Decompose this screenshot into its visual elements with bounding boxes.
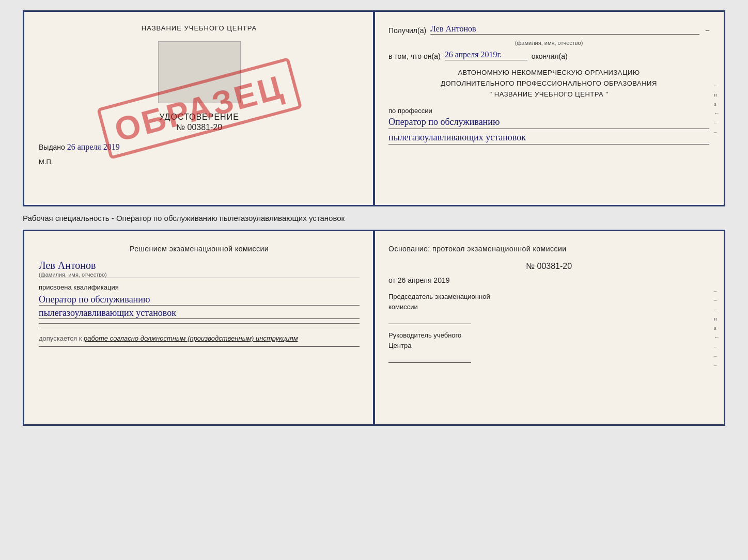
- rukov-signature-line: [388, 353, 471, 363]
- udost-label: УДОСТОВЕРЕНИЕ: [39, 113, 360, 122]
- predsedatel-line1: Председатель экзаменационной: [388, 293, 490, 300]
- org-line1: АВТОНОМНУЮ НЕКОММЕРЧЕСКУЮ ОРГАНИЗАЦИЮ: [388, 68, 709, 78]
- qual-right-edge-marks: – – – и а ← – – –: [714, 287, 720, 368]
- qual-name: Лев Антонов: [39, 260, 360, 271]
- date-value: 26 апреля 2019: [398, 276, 450, 284]
- profession-line1: Оператор по обслуживанию: [388, 117, 709, 129]
- qual-separator-3: [39, 346, 360, 347]
- rukov-label: Руководитель учебного Центра: [388, 330, 709, 350]
- predsedatel-label: Председатель экзаменационной комиссии: [388, 292, 709, 312]
- dash1: –: [706, 26, 709, 35]
- document-container: НАЗВАНИЕ УЧЕБНОГО ЦЕНТРА УДОСТОВЕРЕНИЕ №…: [23, 10, 725, 426]
- poluchil-sub: (фамилия, имя, отчество): [388, 40, 709, 46]
- qualification-book-bottom: Решением экзаменационной комиссии Лев Ан…: [23, 230, 725, 426]
- mp-label: М.П.: [39, 158, 360, 166]
- predsedatel-line2: комиссии: [388, 303, 418, 311]
- poluchil-label: Получил(а): [388, 26, 426, 35]
- poluchil-line: Получил(а) Лев Антонов –: [388, 24, 709, 35]
- org-block: АВТОНОМНУЮ НЕКОММЕРЧЕСКУЮ ОРГАНИЗАЦИЮ ДО…: [388, 68, 709, 100]
- protocol-num: № 00381-20: [388, 262, 709, 271]
- vtom-label: в том, что он(а): [388, 52, 441, 60]
- vydano-date: 26 апреля 2019: [67, 142, 120, 151]
- rukov-line1: Руководитель учебного: [388, 331, 461, 339]
- prisvoyena-label: присвоена квалификация: [39, 283, 360, 291]
- qual-left-page: Решением экзаменационной комиссии Лев Ан…: [24, 231, 374, 424]
- predsedatel-signature-line: [388, 314, 471, 324]
- okonchill-label: окончил(а): [532, 52, 568, 60]
- qual-separator-1: [39, 323, 360, 324]
- photo-placeholder: [158, 41, 241, 103]
- poluchil-value: Лев Антонов: [430, 24, 699, 35]
- qual-name-sub: (фамилия, имя, отчество): [39, 271, 360, 278]
- certificate-book-top: НАЗВАНИЕ УЧЕБНОГО ЦЕНТРА УДОСТОВЕРЕНИЕ №…: [23, 10, 725, 206]
- qual-right-page: Основание: протокол экзаменационной коми…: [374, 231, 724, 424]
- org-line3: " НАЗВАНИЕ УЧЕБНОГО ЦЕНТРА ": [388, 89, 709, 100]
- org-line2: ДОПОЛНИТЕЛЬНОГО ПРОФЕССИОНАЛЬНОГО ОБРАЗО…: [388, 78, 709, 89]
- osnov-label: Основание: протокол экзаменационной коми…: [388, 244, 709, 254]
- cert-right-page: Получил(а) Лев Антонов – (фамилия, имя, …: [374, 12, 724, 205]
- school-name-top: НАЗВАНИЕ УЧЕБНОГО ЦЕНТРА: [39, 24, 360, 32]
- qual-qual-line2: пылегазоулавливающих установок: [39, 308, 360, 319]
- vydano-line: Выдано 26 апреля 2019: [39, 142, 360, 152]
- dopusk-value: работе согласно должностным (производств…: [84, 334, 298, 342]
- udost-number: № 00381-20: [39, 123, 360, 132]
- specialty-label: Рабочая специальность - Оператор по обсл…: [23, 213, 725, 223]
- qual-date: от 26 апреля 2019: [388, 276, 709, 284]
- cert-left-page: НАЗВАНИЕ УЧЕБНОГО ЦЕНТРА УДОСТОВЕРЕНИЕ №…: [24, 12, 374, 205]
- resheniem-title: Решением экзаменационной комиссии: [39, 244, 360, 254]
- dopusk-label: допускается к: [39, 334, 82, 342]
- vtom-line: в том, что он(а) 26 апреля 2019г. окончи…: [388, 50, 709, 60]
- qual-separator-2: [39, 328, 360, 328]
- vydano-label: Выдано: [39, 143, 65, 151]
- date-prefix: от: [388, 276, 396, 284]
- profession-line2: пылегазоулавливающих установок: [388, 132, 709, 145]
- right-edge-marks: – и а ← – –: [714, 82, 720, 135]
- qual-qual-line1: Оператор по обслуживанию: [39, 294, 360, 306]
- dopusk-line: допускается к работе согласно должностны…: [39, 334, 360, 342]
- vtom-value: 26 апреля 2019г.: [445, 50, 527, 60]
- po-professii-label: по профессии: [388, 107, 709, 115]
- rukov-line2: Центра: [388, 342, 411, 349]
